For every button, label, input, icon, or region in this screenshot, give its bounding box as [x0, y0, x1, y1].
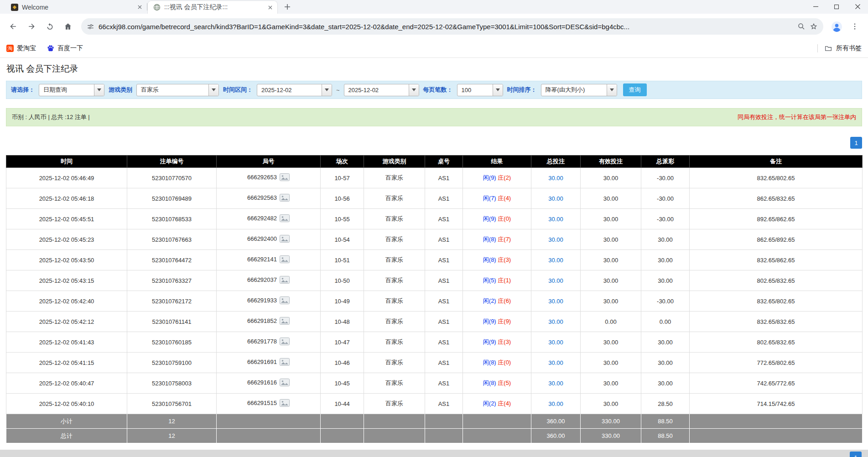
tab-close-icon[interactable]: [266, 4, 274, 11]
grand-total-label: 总计: [6, 429, 127, 443]
close-window-button[interactable]: [847, 0, 868, 13]
total-bet-link[interactable]: 30.00: [548, 195, 563, 202]
maximize-button[interactable]: [826, 0, 847, 13]
chevron-down-icon[interactable]: [493, 84, 503, 96]
result-banker: 庄(0): [498, 215, 511, 222]
back-button[interactable]: [5, 18, 22, 35]
game-type-select[interactable]: 百家乐: [136, 84, 219, 96]
page-1-button[interactable]: 1: [850, 452, 862, 457]
total-bet-link[interactable]: 30.00: [548, 277, 563, 284]
cell-total-bet: 30.00: [531, 250, 581, 270]
col-header-round: 局号: [217, 156, 321, 168]
grand-total-empty-cell: [321, 429, 364, 443]
tab-welcome[interactable]: Welcome: [5, 0, 147, 14]
cell-session: 10-57: [321, 168, 364, 188]
cell-valid-bet: 30.00: [581, 209, 641, 229]
result-player: 闲(8): [483, 379, 496, 386]
cell-session: 10-50: [321, 270, 364, 291]
total-bet-link[interactable]: 30.00: [548, 236, 563, 243]
col-header-result: 结果: [463, 156, 531, 168]
cell-table-no: AS1: [425, 168, 463, 188]
round-image-icon[interactable]: [280, 296, 290, 306]
profile-avatar-icon[interactable]: [828, 18, 845, 35]
bookmark-star-icon[interactable]: [810, 22, 818, 31]
page-size-select[interactable]: 100: [457, 84, 503, 96]
page-1-button[interactable]: 1: [850, 137, 862, 149]
subtotal-empty-cell: [425, 414, 463, 429]
total-bet-link[interactable]: 30.00: [548, 400, 563, 407]
total-bet-link[interactable]: 30.00: [548, 359, 563, 366]
cell-bet-id: 523010760185: [127, 332, 217, 353]
home-button[interactable]: [59, 18, 77, 35]
round-image-icon[interactable]: [280, 317, 290, 326]
total-bet-link[interactable]: 30.00: [548, 298, 563, 305]
round-image-icon[interactable]: [280, 399, 290, 408]
cell-time: 2025-12-02 05:45:23: [6, 229, 127, 250]
chevron-down-icon[interactable]: [409, 84, 419, 96]
bookmark-taobao[interactable]: 淘 爱淘宝: [6, 44, 36, 52]
site-info-icon[interactable]: [87, 23, 94, 31]
cell-session: 10-48: [321, 312, 364, 332]
total-bet-link[interactable]: 30.00: [548, 318, 563, 325]
cell-note: 832.65/862.65: [690, 250, 863, 270]
bookmark-label: 爱淘宝: [17, 44, 36, 52]
cell-round: 666292653: [217, 168, 321, 188]
minimize-button[interactable]: [805, 0, 826, 13]
total-bet-link[interactable]: 30.00: [548, 257, 563, 264]
round-image-icon[interactable]: [280, 338, 290, 347]
round-image-icon[interactable]: [280, 379, 290, 388]
round-image-icon[interactable]: [280, 276, 290, 285]
round-image-icon[interactable]: [280, 194, 290, 203]
chevron-down-icon[interactable]: [208, 84, 218, 96]
page-size-label: 每页笔数：: [423, 86, 453, 94]
address-bar[interactable]: 66cxkj98.com/game/betrecord_search/kind3…: [81, 18, 823, 35]
chevron-down-icon[interactable]: [94, 84, 104, 96]
search-button[interactable]: 查询: [623, 83, 647, 96]
cell-round: 666292141: [217, 250, 321, 270]
cell-result: 闲(8) 庄(7): [463, 229, 531, 250]
result-player: 闲(9): [483, 215, 496, 222]
round-image-icon[interactable]: [280, 358, 290, 367]
cell-time: 2025-12-02 05:43:50: [6, 250, 127, 270]
query-type-value: 日期查询: [39, 84, 94, 96]
url-text[interactable]: 66cxkj98.com/game/betrecord_search/kind3…: [99, 23, 793, 31]
result-player: 闲(2): [483, 297, 496, 304]
round-image-icon[interactable]: [280, 235, 290, 244]
cell-note: 802.65/832.65: [690, 270, 863, 291]
forward-button[interactable]: [23, 18, 40, 35]
cell-valid-bet: 30.00: [581, 332, 641, 353]
total-bet-link[interactable]: 30.00: [548, 175, 563, 182]
new-tab-button[interactable]: [281, 1, 293, 13]
cell-valid-bet: 30.00: [581, 270, 641, 291]
cell-table-no: AS1: [425, 312, 463, 332]
tab-betrecord[interactable]: :::视讯 会员下注纪录:::: [147, 0, 278, 14]
round-image-icon[interactable]: [280, 214, 290, 223]
round-image-icon[interactable]: [280, 255, 290, 265]
date-end-input[interactable]: 2025-12-02: [344, 84, 419, 96]
cell-game-type: 百家乐: [364, 332, 425, 353]
round-image-icon[interactable]: [280, 173, 290, 182]
col-header-game-type: 游戏类别: [364, 156, 425, 168]
chevron-down-icon[interactable]: [607, 84, 617, 96]
tab-close-icon[interactable]: [136, 4, 143, 11]
bookmark-baidu[interactable]: 百度一下: [47, 44, 83, 52]
reload-button[interactable]: [41, 18, 58, 35]
total-bet-link[interactable]: 30.00: [548, 339, 563, 346]
total-bet-link[interactable]: 30.00: [548, 380, 563, 387]
subtotal-payout: 88.50: [641, 414, 690, 429]
bet-row: 2025-12-02 05:46:49 523010770570 6662926…: [6, 168, 863, 188]
sort-select[interactable]: 降幂(由大到小): [541, 84, 617, 96]
date-start-input[interactable]: 2025-12-02: [257, 84, 332, 96]
cell-valid-bet: 30.00: [581, 168, 641, 188]
all-bookmarks[interactable]: 所有书签: [817, 44, 862, 52]
cell-total-bet: 30.00: [531, 373, 581, 394]
menu-dots-icon[interactable]: [846, 18, 863, 35]
cell-bet-id: 523010767663: [127, 229, 217, 250]
cell-total-bet: 30.00: [531, 270, 581, 291]
zoom-icon[interactable]: [797, 22, 806, 31]
subtotal-empty-cell: [690, 414, 863, 429]
total-bet-link[interactable]: 30.00: [548, 216, 563, 223]
query-type-select[interactable]: 日期查询: [39, 84, 104, 96]
chevron-down-icon[interactable]: [322, 84, 332, 96]
table-body: 2025-12-02 05:46:49 523010770570 6662926…: [6, 168, 863, 414]
